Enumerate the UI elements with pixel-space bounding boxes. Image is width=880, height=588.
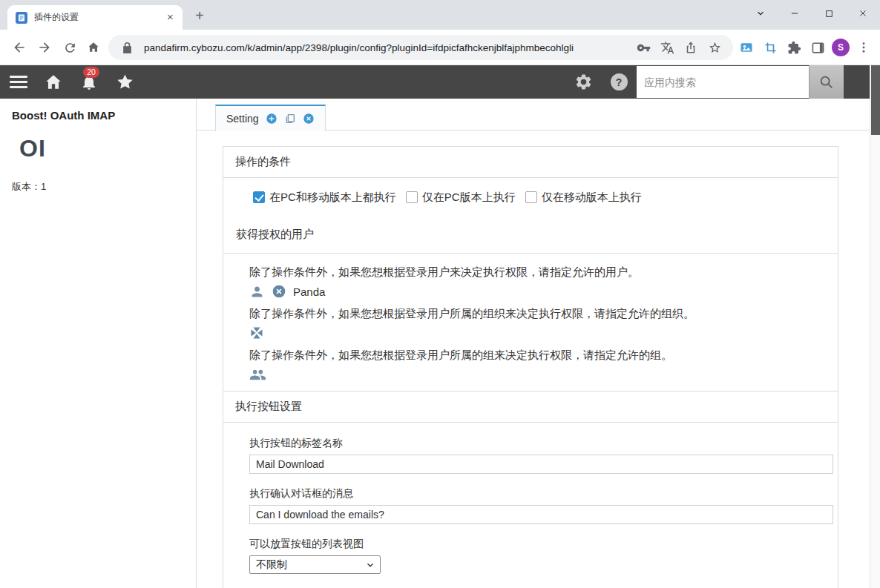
allowed-team-row [249,366,826,383]
add-tab-icon[interactable] [266,113,278,125]
confirm-message-label: 执行确认对话框的消息 [249,487,826,501]
plugin-version: 版本：1 [12,180,184,194]
address-bar[interactable]: pandafirm.cybozu.com/k/admin/app/2398/pl… [108,35,733,60]
list-view-selected-value: 不限制 [256,558,287,572]
user-icon [249,284,265,300]
tab-favicon-icon [16,12,27,24]
permission-org-text: 除了操作条件外，如果您想根据登录用户所属的组织来决定执行权限，请指定允许的组织。 [249,307,826,321]
window-minimize-button[interactable] [778,0,812,27]
checkbox-pc-and-mobile[interactable]: 在PC和移动版本上都执行 [253,191,396,205]
button-label-input[interactable] [249,455,833,474]
permission-user-text: 除了操作条件外，如果您想根据登录用户来决定执行权限，请指定允许的用户。 [249,265,826,280]
organization-icon [249,326,264,340]
list-view-select[interactable]: 不限制 [249,555,381,574]
checkbox-mobile-only[interactable]: 仅在移动版本上执行 [525,191,642,205]
checkbox-pc-only[interactable]: 仅在PC版本上执行 [406,191,516,205]
forward-icon[interactable] [34,37,55,58]
extension-crop-icon[interactable] [760,37,781,58]
allowed-user-row: Panda [249,283,826,300]
browser-tabstrip: 插件的设置 × + [0,0,880,30]
tab-close-icon[interactable]: × [164,11,177,24]
help-icon[interactable]: ? [607,65,631,99]
tab-title: 插件的设置 [34,11,164,24]
condition-title-box: 操作的条件 [223,146,838,178]
url-text: pandafirm.cybozu.com/k/admin/app/2398/pl… [144,42,634,53]
window-close-button[interactable] [846,0,880,27]
profile-avatar[interactable]: S [832,39,850,56]
chevron-down-icon [365,560,375,570]
search-button[interactable] [809,65,844,99]
favorites-star-icon[interactable] [113,65,137,99]
confirm-message-input[interactable] [249,505,833,524]
permissions-box: 除了操作条件外，如果您想根据登录用户来决定执行权限，请指定允许的用户。 Pand… [223,253,838,392]
list-view-field: 可以放置按钮的列表视图 不限制 [249,538,826,574]
tab-setting[interactable]: Setting [215,105,326,131]
in-app-search-input[interactable] [637,66,809,98]
browser-toolbar: pandafirm.cybozu.com/k/admin/app/2398/pl… [0,30,880,65]
reload-icon[interactable] [59,37,80,58]
browser-tab[interactable]: 插件的设置 × [7,5,183,30]
menu-hamburger-icon[interactable] [8,65,29,99]
authorized-users-subtitle: 获得授权的用户 [223,228,838,242]
portal-home-icon[interactable] [42,65,65,99]
list-view-label: 可以放置按钮的列表视图 [249,538,826,551]
window-chevron-down-icon[interactable] [743,0,778,27]
translate-icon[interactable] [657,38,677,57]
page-scrollbar[interactable] [870,65,880,588]
setting-tab-label: Setting [226,113,259,125]
delete-tab-icon[interactable] [303,113,315,125]
back-icon[interactable] [9,37,30,58]
checkbox-label: 仅在移动版本上执行 [542,191,642,205]
lock-icon[interactable] [117,38,137,57]
checkbox-box[interactable] [525,191,537,203]
permission-user-group: 除了操作条件外，如果您想根据登录用户来决定执行权限，请指定允许的用户。 Pand… [249,265,826,300]
scrollbar-thumb[interactable] [871,65,880,135]
allowed-org-row [249,325,826,341]
checkbox-label: 在PC和移动版本上都执行 [269,191,396,205]
password-key-icon[interactable] [634,38,653,57]
duplicate-tab-icon[interactable] [284,113,296,125]
group-icon [249,366,266,383]
plugin-name: Boost! OAuth IMAP [12,109,184,122]
button-label-field: 执行按钮的标签名称 [249,437,826,474]
window-maximize-button[interactable] [812,0,846,27]
checkbox-box[interactable] [406,191,418,203]
extensions-puzzle-icon[interactable] [784,37,804,58]
permission-team-text: 除了操作条件外，如果您想根据登录用户所属的组来决定执行权限，请指定允许的组。 [249,348,826,363]
condition-section-title: 操作的条件 [223,147,838,177]
checkbox-box[interactable] [253,191,265,203]
new-tab-button[interactable]: + [190,7,209,26]
side-panel-icon[interactable] [807,37,828,58]
allowed-user-name: Panda [293,285,325,298]
button-title-box: 执行按钮设置 [223,391,838,423]
notification-count-badge: 20 [83,67,99,78]
remove-entity-icon[interactable] [272,284,286,299]
permission-team-group: 除了操作条件外，如果您想根据登录用户所属的组来决定执行权限，请指定允许的组。 [249,348,826,383]
plugin-config-main: Setting 操作的条件 [197,99,870,588]
menu-dots-icon[interactable] [853,37,874,58]
execution-target-options: 在PC和移动版本上都执行 仅在PC版本上执行 仅在移动版本上执行 [223,191,838,204]
condition-body-box: 在PC和移动版本上都执行 仅在PC版本上执行 仅在移动版本上执行 获得授权的用户 [223,177,838,254]
setting-tabrow: Setting [197,99,870,131]
button-body-box: 执行按钮的标签名称 执行确认对话框的消息 可以放置按钮的列表视图 不限制 [223,422,838,588]
plugin-icon: OI [19,135,184,162]
button-section-title: 执行按钮设置 [223,392,838,422]
plugin-sidebar: Boost! OAuth IMAP OI 版本：1 [0,99,197,588]
home-icon[interactable] [83,37,104,58]
permission-org-group: 除了操作条件外，如果您想根据登录用户所属的组织来决定执行权限，请指定允许的组织。 [249,307,826,341]
checkbox-label: 仅在PC版本上执行 [422,191,516,205]
confirm-message-field: 执行确认对话框的消息 [249,487,826,524]
kintone-header: 20 ? [0,65,870,99]
bookmark-star-icon[interactable] [705,38,724,57]
share-icon[interactable] [681,38,700,57]
extension-screenshot-icon[interactable] [736,37,757,58]
settings-gear-icon[interactable] [571,65,595,99]
button-label-label: 执行按钮的标签名称 [249,437,826,450]
